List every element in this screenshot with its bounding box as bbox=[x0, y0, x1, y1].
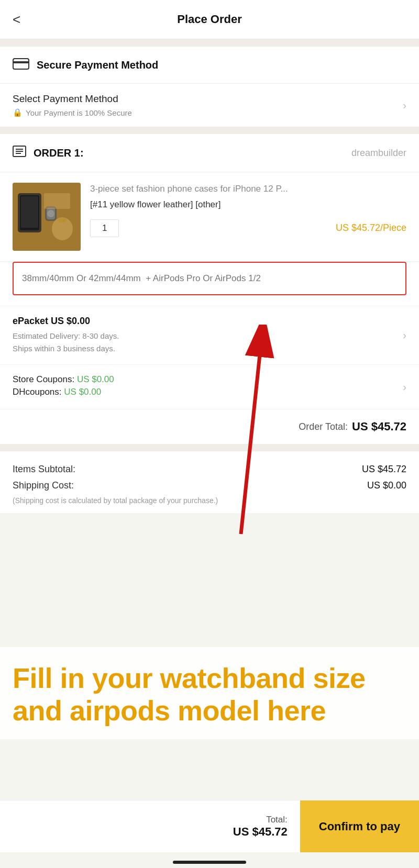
lock-icon: 🔒 bbox=[13, 108, 23, 117]
summary-section: Items Subtotal: US $45.72 Shipping Cost:… bbox=[0, 451, 419, 513]
dh-coupons-value: US $0.00 bbox=[64, 387, 101, 397]
subtotal-value: US $45.72 bbox=[362, 464, 406, 475]
payment-select-left: Select Payment Method 🔒 Your Payment is … bbox=[13, 93, 132, 117]
coupons-row[interactable]: Store Coupons: US $0.00 DHcoupons: US $0… bbox=[0, 365, 419, 409]
shipping-ships: Ships within 3 business days. bbox=[13, 342, 119, 355]
svg-rect-0 bbox=[13, 59, 29, 69]
section-divider-3 bbox=[0, 444, 419, 451]
product-price: US $45.72/Piece bbox=[336, 222, 406, 233]
order-section: ORDER 1: dreambuilder bbox=[0, 134, 419, 444]
dh-coupons-line: DHcoupons: US $0.00 bbox=[13, 387, 114, 397]
product-qty-price: 1 US $45.72/Piece bbox=[90, 219, 406, 237]
order-total-value: US $45.72 bbox=[352, 420, 406, 433]
bottom-total-amount: US $45.72 bbox=[13, 825, 288, 839]
svg-point-12 bbox=[47, 210, 54, 217]
store-coupons-label: Store Coupons: bbox=[13, 374, 74, 384]
order-total-label: Order Total: bbox=[299, 421, 348, 432]
watchband-airpods-input[interactable] bbox=[15, 264, 404, 293]
coupons-chevron-icon: › bbox=[403, 381, 406, 393]
order-header-left: ORDER 1: bbox=[13, 146, 84, 160]
shipping-cost-value: US $0.00 bbox=[367, 480, 406, 491]
order-seller: dreambuilder bbox=[351, 148, 406, 159]
shipping-cost-label: Shipping Cost: bbox=[13, 480, 74, 491]
payment-header: Secure Payment Method bbox=[0, 47, 419, 84]
page-title: Place Order bbox=[177, 13, 242, 26]
subtotal-row: Items Subtotal: US $45.72 bbox=[13, 464, 406, 475]
store-coupons-line: Store Coupons: US $0.00 bbox=[13, 374, 114, 385]
shipping-chevron-icon: › bbox=[403, 329, 406, 341]
header: < Place Order bbox=[0, 0, 419, 39]
confirm-to-pay-button[interactable]: Confirm to pay bbox=[300, 800, 419, 852]
payment-secure-row: 🔒 Your Payment is 100% Secure bbox=[13, 108, 132, 117]
product-row: 3-piece set fashion phone cases for iPho… bbox=[0, 172, 419, 262]
payment-select-label: Select Payment Method bbox=[13, 93, 132, 105]
svg-rect-1 bbox=[13, 61, 29, 63]
section-divider-2 bbox=[0, 127, 419, 134]
product-variant: [#11 yellow flower leather] [other] bbox=[90, 198, 406, 211]
product-image bbox=[13, 183, 81, 251]
bottom-total-section: Total: US $45.72 bbox=[0, 815, 300, 839]
shipping-note: (Shipping cost is calculated by total pa… bbox=[13, 496, 406, 505]
custom-input-wrapper[interactable] bbox=[13, 262, 406, 295]
dh-coupons-label: DHcoupons: bbox=[13, 387, 62, 397]
payment-section: Secure Payment Method Select Payment Met… bbox=[0, 47, 419, 127]
section-divider-1 bbox=[0, 39, 419, 47]
shipping-row[interactable]: ePacket US $0.00 Estimated Delivery: 8-3… bbox=[0, 306, 419, 365]
shipping-delivery: Estimated Delivery: 8-30 days. bbox=[13, 330, 119, 342]
bottom-total-label: Total: bbox=[13, 815, 288, 825]
order-header: ORDER 1: dreambuilder bbox=[0, 134, 419, 172]
annotation-overlay: Fill in your watchband size and airpods … bbox=[0, 647, 419, 739]
store-coupons-value: US $0.00 bbox=[77, 374, 114, 384]
svg-rect-9 bbox=[21, 196, 38, 228]
coupons-info: Store Coupons: US $0.00 DHcoupons: US $0… bbox=[13, 374, 114, 399]
product-image-inner bbox=[13, 183, 81, 251]
payment-section-title: Secure Payment Method bbox=[37, 59, 158, 71]
bottom-bar: Total: US $45.72 Confirm to pay bbox=[0, 800, 419, 852]
shipping-cost-row: Shipping Cost: US $0.00 bbox=[13, 480, 406, 491]
svg-rect-14 bbox=[59, 218, 66, 222]
order-total-row: Order Total: US $45.72 bbox=[0, 409, 419, 444]
subtotal-label: Items Subtotal: bbox=[13, 464, 75, 475]
credit-card-icon bbox=[13, 58, 29, 72]
back-button[interactable]: < bbox=[13, 12, 20, 28]
quantity-display[interactable]: 1 bbox=[90, 219, 119, 237]
product-info: 3-piece set fashion phone cases for iPho… bbox=[90, 183, 406, 237]
payment-chevron-icon: › bbox=[403, 99, 406, 112]
product-name: 3-piece set fashion phone cases for iPho… bbox=[90, 183, 406, 195]
shipping-title: ePacket US $0.00 bbox=[13, 316, 119, 327]
home-indicator bbox=[173, 861, 246, 864]
svg-rect-15 bbox=[44, 193, 70, 209]
annotation-text: Fill in your watchband size and airpods … bbox=[13, 662, 406, 727]
payment-secure-text: Your Payment is 100% Secure bbox=[26, 108, 132, 117]
order-list-icon bbox=[13, 146, 26, 160]
shipping-info: ePacket US $0.00 Estimated Delivery: 8-3… bbox=[13, 316, 119, 355]
payment-select-row[interactable]: Select Payment Method 🔒 Your Payment is … bbox=[0, 84, 419, 127]
order-label: ORDER 1: bbox=[34, 147, 84, 159]
